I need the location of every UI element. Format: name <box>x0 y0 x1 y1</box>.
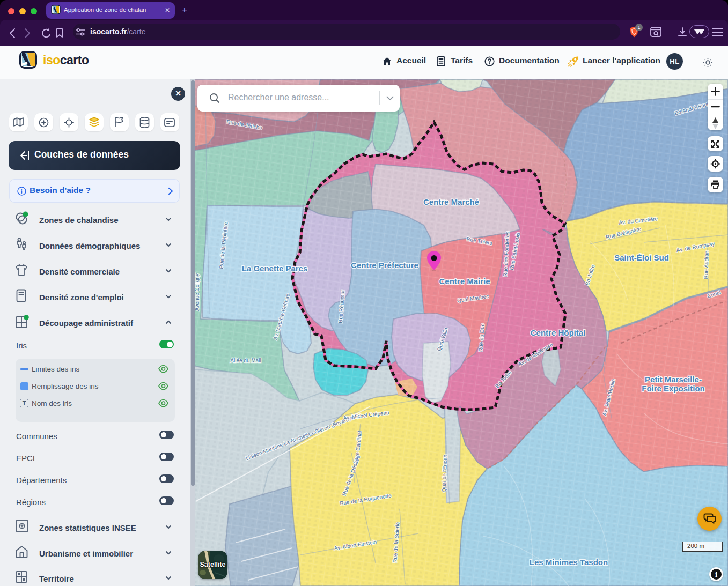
svg-text:Rue Audran: Rue Audran <box>703 250 710 279</box>
svg-text:Foire Exposition: Foire Exposition <box>642 384 705 393</box>
svg-text:Saint-Éloi Sud: Saint-Éloi Sud <box>614 253 669 262</box>
svg-text:Centre Marché: Centre Marché <box>423 197 479 206</box>
svg-text:Centre Hôpital: Centre Hôpital <box>531 328 586 337</box>
svg-text:Centre Mairie: Centre Mairie <box>439 277 490 286</box>
svg-text:Centre Préfecture: Centre Préfecture <box>351 261 418 270</box>
svg-text:Les Minimes Tasdon: Les Minimes Tasdon <box>530 558 608 567</box>
svg-text:Petit Marseille-: Petit Marseille- <box>645 375 702 384</box>
svg-text:La Genette Parcs: La Genette Parcs <box>242 264 308 273</box>
svg-text:Avenue Coligny: Avenue Coligny <box>194 273 200 311</box>
svg-text:Allée du Mail: Allée du Mail <box>230 358 261 364</box>
